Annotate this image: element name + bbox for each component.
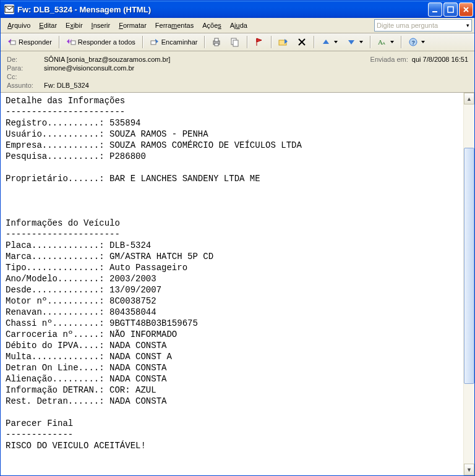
sent-label: Enviada em: (370, 56, 408, 63)
subject-value: Fw: DLB_5324 (44, 82, 468, 89)
help-button[interactable]: ? (404, 35, 429, 49)
menu-formatar[interactable]: Formatar (114, 20, 151, 31)
svg-rect-4 (71, 41, 75, 45)
font-size-icon: AA (377, 37, 387, 47)
chevron-down-icon (359, 41, 363, 43)
mail-icon (4, 4, 14, 14)
separator (401, 36, 401, 48)
menu-ferramentas[interactable]: Ferramentas (151, 20, 198, 31)
window-title: Fw: DLB_5324 - Mensagem (HTML) (17, 5, 428, 14)
flag-button[interactable] (250, 35, 268, 49)
subject-label: Assunto: (7, 82, 44, 89)
svg-rect-10 (233, 40, 238, 46)
svg-rect-3 (11, 41, 15, 45)
minimize-button[interactable] (428, 2, 442, 17)
svg-text:A: A (382, 41, 385, 46)
help-icon: ? (408, 37, 418, 47)
delete-icon (297, 37, 307, 47)
copy-button[interactable] (226, 35, 244, 49)
move-folder-button[interactable] (275, 35, 292, 49)
separator (271, 36, 272, 48)
delete-button[interactable] (293, 35, 310, 49)
vertical-scrollbar[interactable]: ▲ ▼ (463, 93, 474, 475)
sent-value: qui 7/8/2008 16:51 (412, 56, 468, 63)
chevron-down-icon (334, 41, 338, 43)
body-wrapper: Detalhe das Informações ----------------… (1, 93, 474, 475)
scroll-up-button[interactable]: ▲ (464, 93, 474, 104)
print-button[interactable] (208, 35, 225, 49)
window-buttons (428, 2, 473, 17)
to-label: Para: (7, 64, 44, 72)
svg-text:?: ? (412, 40, 416, 46)
folder-move-icon (278, 37, 288, 47)
separator (314, 36, 314, 48)
from-label: De: (7, 56, 44, 63)
to-value: simone@visionconsult.com.br (44, 64, 468, 72)
menu-ajuda[interactable]: Ajuda (226, 20, 252, 31)
ask-placeholder: Digite uma pergunta (377, 22, 438, 29)
separator (247, 36, 247, 48)
menu-inserir[interactable]: Inserir (87, 20, 115, 31)
maximize-button[interactable] (443, 2, 458, 17)
menu-acoes[interactable]: Ações (198, 20, 226, 31)
message-headers: De: SÔNIA [sonia_braz@souzaramos.com.br]… (1, 51, 474, 93)
chevron-down-icon (390, 41, 394, 43)
separator (59, 36, 59, 48)
next-item-button[interactable] (343, 35, 367, 49)
svg-rect-2 (448, 7, 453, 12)
message-body[interactable]: Detalhe das Informações ----------------… (1, 93, 463, 475)
menu-editar[interactable]: Editar (35, 20, 61, 31)
menu-bar: Arquivo Editar Exibir Inserir Formatar F… (1, 18, 474, 33)
cc-label: Cc: (7, 73, 44, 80)
sent-field: Enviada em: qui 7/8/2008 16:51 (370, 56, 468, 63)
svg-rect-1 (432, 11, 437, 12)
separator (370, 36, 370, 48)
close-button[interactable] (459, 2, 473, 17)
scroll-thumb[interactable] (464, 148, 474, 384)
reply-all-icon (66, 37, 76, 47)
window-frame: Fw: DLB_5324 - Mensagem (HTML) Arquivo E… (0, 0, 475, 476)
chevron-down-icon: ▾ (466, 22, 469, 28)
up-arrow-icon (321, 37, 331, 47)
svg-rect-7 (215, 38, 218, 41)
from-value: SÔNIA [sonia_braz@souzaramos.com.br] (44, 56, 370, 63)
font-size-button[interactable]: AA (374, 35, 398, 49)
svg-rect-5 (151, 41, 156, 45)
forward-icon (150, 37, 160, 47)
title-bar[interactable]: Fw: DLB_5324 - Mensagem (HTML) (1, 1, 474, 18)
ask-question-box[interactable]: Digite uma pergunta ▾ (374, 19, 472, 32)
down-arrow-icon (346, 37, 356, 47)
reply-all-button[interactable]: Responder a todos (62, 35, 139, 49)
reply-button[interactable]: Responder (3, 35, 56, 49)
flag-icon (254, 37, 264, 47)
scroll-track[interactable] (464, 104, 474, 464)
separator (142, 36, 143, 48)
copy-icon (230, 37, 240, 47)
scroll-down-button[interactable]: ▼ (464, 464, 474, 475)
menu-exibir[interactable]: Exibir (61, 20, 87, 31)
reply-icon (7, 37, 17, 47)
toolbar: Responder Responder a todos Encaminhar (1, 33, 474, 51)
menu-arquivo[interactable]: Arquivo (3, 20, 35, 31)
prev-item-button[interactable] (317, 35, 341, 49)
chevron-down-icon (421, 41, 425, 43)
forward-button[interactable]: Encaminhar (146, 35, 202, 49)
svg-rect-8 (215, 43, 218, 46)
separator (204, 36, 205, 48)
print-icon (212, 37, 221, 47)
